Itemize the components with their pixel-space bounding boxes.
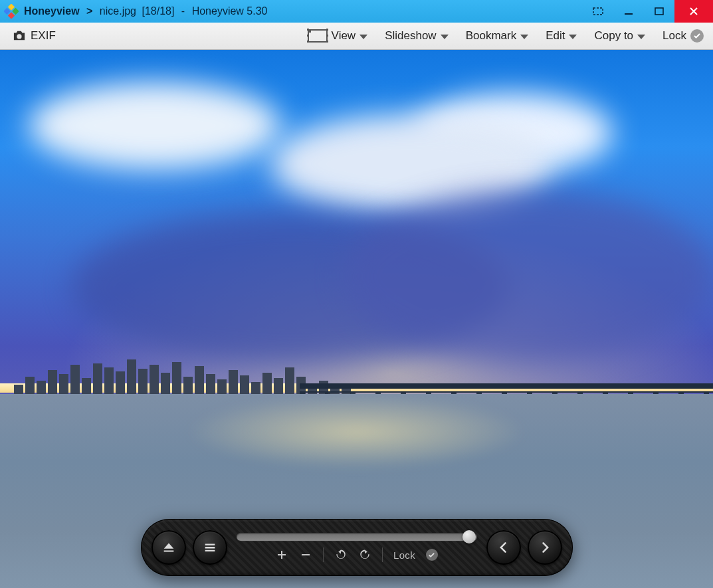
ctrl-lock-label: Lock bbox=[393, 549, 415, 561]
view-menu[interactable]: View bbox=[308, 29, 368, 43]
title-file: nice.jpg bbox=[100, 5, 136, 17]
control-bar: Lock bbox=[141, 519, 573, 576]
titlebar[interactable]: Honeyview > nice.jpg [18/18] - Honeyview… bbox=[0, 0, 713, 23]
eject-button[interactable] bbox=[152, 530, 186, 565]
image-viewport[interactable]: Lock bbox=[0, 50, 713, 588]
slideshow-menu[interactable]: Slideshow bbox=[385, 29, 449, 43]
svg-rect-2 bbox=[4, 8, 11, 15]
svg-rect-4 bbox=[593, 8, 603, 15]
slider-thumb[interactable] bbox=[462, 530, 476, 543]
next-button[interactable] bbox=[528, 530, 562, 565]
svg-rect-5 bbox=[625, 13, 633, 15]
svg-rect-6 bbox=[655, 8, 663, 15]
copy-to-menu[interactable]: Copy to bbox=[594, 29, 645, 43]
bookmark-menu[interactable]: Bookmark bbox=[466, 29, 529, 43]
svg-rect-1 bbox=[12, 8, 19, 15]
title-counter: [18/18] bbox=[142, 5, 174, 17]
chevron-down-icon bbox=[569, 35, 577, 39]
minimize-button[interactable] bbox=[613, 0, 644, 23]
fit-screen-icon bbox=[308, 29, 328, 43]
maximize-button[interactable] bbox=[644, 0, 674, 23]
svg-point-7 bbox=[17, 34, 21, 39]
lock-menu-label: Lock bbox=[662, 29, 686, 43]
eject-icon bbox=[161, 540, 176, 555]
svg-rect-8 bbox=[302, 554, 310, 555]
view-menu-label: View bbox=[332, 29, 356, 43]
title-app: Honeyview bbox=[24, 5, 80, 17]
slideshow-menu-label: Slideshow bbox=[385, 29, 437, 43]
edit-menu-label: Edit bbox=[546, 29, 565, 43]
title-dash: - bbox=[181, 5, 185, 17]
rotate-ccw-icon bbox=[335, 549, 347, 561]
maximize-icon bbox=[655, 7, 664, 15]
svg-rect-0 bbox=[8, 4, 15, 11]
rotate-ccw-button[interactable] bbox=[334, 548, 348, 561]
title-app-full: Honeyview 5.30 bbox=[192, 5, 268, 17]
zoom-in-button[interactable] bbox=[275, 548, 288, 561]
chevron-down-icon bbox=[359, 35, 367, 39]
prev-button[interactable] bbox=[486, 530, 521, 565]
zoom-slider[interactable] bbox=[237, 533, 477, 541]
window-title: Honeyview > nice.jpg [18/18] - Honeyview… bbox=[24, 5, 267, 17]
copy-to-menu-label: Copy to bbox=[594, 29, 633, 43]
divider bbox=[382, 547, 383, 562]
exif-button[interactable]: EXIF bbox=[12, 29, 56, 43]
plus-icon bbox=[276, 549, 287, 560]
chevron-left-icon bbox=[497, 541, 510, 554]
minus-icon bbox=[300, 549, 311, 560]
chevron-down-icon bbox=[637, 35, 645, 39]
edit-menu[interactable]: Edit bbox=[546, 29, 577, 43]
bookmark-menu-label: Bookmark bbox=[466, 29, 517, 43]
title-sep: > bbox=[86, 5, 92, 17]
check-circle-icon bbox=[690, 29, 704, 43]
ctrl-lock-toggle[interactable] bbox=[426, 549, 438, 561]
zoom-out-button[interactable] bbox=[299, 548, 312, 561]
list-button[interactable] bbox=[193, 530, 227, 565]
app-icon bbox=[4, 4, 19, 19]
fullscreen-button[interactable] bbox=[583, 0, 613, 23]
window-buttons bbox=[583, 0, 713, 23]
app-window: Honeyview > nice.jpg [18/18] - Honeyview… bbox=[0, 0, 713, 588]
divider bbox=[323, 547, 324, 562]
rotate-cw-icon bbox=[359, 549, 371, 561]
list-icon bbox=[203, 540, 217, 555]
check-circle-icon bbox=[428, 551, 435, 559]
chevron-down-icon bbox=[520, 35, 528, 39]
close-button[interactable] bbox=[674, 0, 713, 23]
toolbar: EXIF View Slideshow Bookmark Edit Copy t… bbox=[0, 23, 713, 50]
svg-rect-3 bbox=[8, 12, 15, 19]
rotate-cw-button[interactable] bbox=[358, 548, 371, 561]
lock-menu[interactable]: Lock bbox=[662, 29, 704, 43]
fullscreen-icon bbox=[593, 7, 603, 15]
chevron-right-icon bbox=[538, 541, 552, 554]
close-icon bbox=[688, 6, 699, 17]
chevron-down-icon bbox=[441, 35, 449, 39]
exif-label: EXIF bbox=[31, 29, 56, 43]
camera-icon bbox=[12, 30, 27, 42]
minimize-icon bbox=[623, 6, 634, 17]
